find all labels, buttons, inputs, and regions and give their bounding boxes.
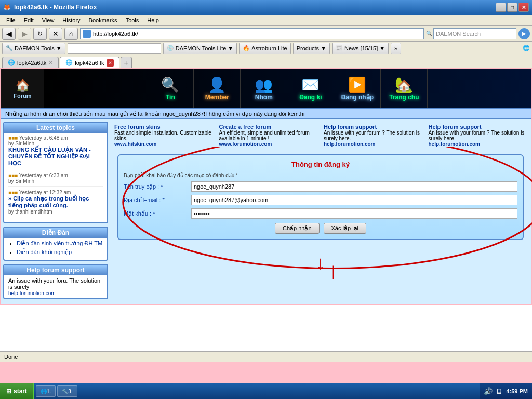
floral-background: 🏠 Forum 🔍 Tin 👤 Member 👥 Nhó [0, 68, 532, 305]
info-desc-1: Fast and simple installation. Customizab… [114, 130, 211, 141]
marquee-text: Những ai hôm đi ăn chơi thiêu tiền mau m… [5, 111, 306, 117]
help-title: Help forum support [4, 265, 107, 275]
products-dropdown-icon: ▼ [321, 45, 326, 51]
menu-edit[interactable]: Edit [20, 16, 38, 24]
reload-button[interactable]: ↻ [33, 28, 47, 40]
more-button[interactable]: » [391, 43, 401, 54]
nhom-icon: 👥 [255, 76, 273, 94]
stop-button[interactable]: ✕ [49, 28, 62, 40]
forum-link-1[interactable]: Diễn đàn sinh viên trường ĐH TM [17, 240, 102, 246]
info-col-3: Help forum support An issue with your fo… [322, 122, 424, 149]
topic3-icon: ■■■ [8, 190, 18, 195]
tab1-close-icon: ✕ [48, 59, 53, 66]
browser-title: lopk42a6.tk - Mozilla Firefox [14, 4, 496, 11]
dien-dan-title: Diễn Đàn [4, 228, 107, 238]
taskbar-tray: 🔊 🖥 4:59 PM [480, 383, 532, 399]
nav-nhom[interactable]: 👥 Nhóm [241, 69, 287, 108]
info-link-2[interactable]: www.forumotion.com [219, 141, 272, 147]
content-area: 🏠 Forum 🔍 Tin 👤 Member 👥 Nhó [0, 68, 532, 351]
tin-icon: 🔍 [161, 76, 179, 94]
menu-file[interactable]: File [2, 16, 20, 24]
back-button[interactable]: ◀ [2, 28, 16, 40]
tab-1[interactable]: 🌐 lopk42a6.tk ✕ [2, 57, 59, 68]
member-icon: 👤 [208, 76, 226, 94]
news-button[interactable]: 📰 News [15/15] ▼ [332, 43, 389, 54]
toolbar-input[interactable] [68, 43, 161, 54]
latest-topics-content: ■■■ Yesterday at 6:48 am by Sir Minh KHU… [4, 133, 107, 222]
windows-icon: ⊞ [6, 388, 11, 395]
nav-tin[interactable]: 🔍 Tin [147, 69, 194, 108]
menu-help[interactable]: Help [143, 16, 163, 24]
down-arrow-annotation: ↓ [316, 252, 325, 274]
nav-member[interactable]: 👤 Member [194, 69, 241, 108]
taskbar-time: 4:59 PM [506, 388, 528, 394]
main-content: Free forum skins Fast and simple install… [110, 119, 531, 304]
daemon-lite-button[interactable]: 💿 DAEMON Tools Lite ▼ [163, 43, 237, 54]
tray-network-icon[interactable]: 🖥 [496, 387, 503, 395]
address-bar[interactable]: http://lopk42a6.tk/ [80, 28, 424, 39]
nav-dangnhap[interactable]: ▶️ Đăng nhập [334, 69, 381, 108]
reg-input-username[interactable] [191, 181, 517, 192]
tab2-close-button[interactable]: ✕ [107, 59, 114, 66]
daemon-icon: 🔧 [6, 45, 13, 51]
reg-input-email[interactable] [191, 195, 517, 205]
menu-bookmarks[interactable]: Bookmarks [85, 16, 122, 24]
tab1-favicon: 🌐 [8, 59, 15, 66]
help-text: An issue with your foru. The solution is… [8, 277, 103, 290]
reg-label-username: Tên truy cập : * [124, 183, 191, 190]
status-bar: Done [0, 351, 532, 362]
minimize-button[interactable]: _ [496, 3, 506, 12]
menu-view[interactable]: View [38, 16, 59, 24]
go-button[interactable]: ▶ [518, 28, 530, 39]
tab-2[interactable]: 🌐 lopk42a6.tk ✕ [60, 57, 119, 68]
new-tab-button[interactable]: + [121, 57, 132, 68]
start-button[interactable]: ⊞ start [0, 383, 34, 399]
topic3-by: by thanhliemdhhtm [8, 209, 103, 215]
info-title-3[interactable]: Help forum support [324, 124, 377, 130]
menu-history[interactable]: History [58, 16, 84, 24]
main-layout: Latest topics ■■■ Yesterday at 6:48 am b… [1, 119, 531, 304]
reg-input-password[interactable] [191, 208, 517, 219]
tray-volume-icon[interactable]: 🔊 [484, 387, 493, 395]
forum-link-2[interactable]: Diễn đàn khởi nghiệp [17, 249, 72, 255]
reg-form-box: Thông tin đăng ký Bạn phải khai báo đầy … [117, 154, 524, 240]
daemon-tools-button[interactable]: 🔧 DAEMON Tools ▼ [2, 43, 65, 54]
info-link-1[interactable]: www.hitskin.com [114, 141, 156, 147]
info-desc-2: An efficient, simple and unlimited forum… [219, 130, 310, 141]
close-button[interactable]: ✕ [518, 3, 529, 12]
info-title-1[interactable]: Free forum skins [114, 124, 161, 130]
nav-dangki[interactable]: ✉️ Đăng kí [287, 69, 334, 108]
submit-button[interactable]: Chấp nhận [275, 223, 320, 234]
nav-trangchu[interactable]: 🏡 Trang chu [381, 69, 428, 108]
topic3-link[interactable]: » Clip ca nhạc trong buổi học tiếng pháp… [8, 195, 89, 208]
topic1-by: by Sir Minh [8, 141, 103, 147]
help-link[interactable]: help.forumotion.com [8, 290, 56, 296]
marquee-bar: Những ai hôm đi ăn chơi thiêu tiền mau m… [1, 108, 531, 119]
address-text: http://lopk42a6.tk/ [93, 31, 138, 37]
info-link-3[interactable]: help.forumotion.com [324, 141, 375, 147]
dien-dan-box: Diễn Đàn Diễn đàn sinh viên trường ĐH TM… [3, 227, 108, 261]
latest-topics-title: Latest topics [4, 123, 107, 133]
page-favicon [83, 30, 91, 38]
maximize-button[interactable]: □ [507, 3, 517, 12]
products-button[interactable]: Products ▼ [293, 43, 330, 54]
reg-label-password: Mật khẩu : * [124, 210, 191, 217]
taskbar-item-1[interactable]: 🌐 1. [36, 385, 56, 397]
topic1-link[interactable]: KHUNG KẾT CẬU LUẬN VĂN - CHUYÊN ĐỀ TỐT N… [8, 147, 91, 166]
daemon-lite-icon: 💿 [167, 45, 174, 51]
reg-field-username: Tên truy cập : * [124, 181, 517, 192]
info-title-2[interactable]: Create a free forum [219, 124, 272, 130]
nav-tin-label: Tin [166, 94, 175, 101]
reset-button[interactable]: Xác lập lại [324, 223, 367, 234]
astroburn-button[interactable]: 🔥 Astroburn Lite [239, 43, 290, 54]
forward-button[interactable]: ▶ [18, 28, 31, 40]
home-button[interactable]: ⌂ [64, 28, 78, 40]
forum-list-item-1: Diễn đàn sinh viên trường ĐH TM [17, 240, 103, 247]
info-title-4[interactable]: Help forum support [429, 124, 482, 130]
site-header: 🏠 Forum 🔍 Tin 👤 Member 👥 Nhó [1, 69, 531, 108]
search-bar[interactable]: DAEMON Search [433, 28, 516, 39]
news-icon: 📰 [336, 45, 343, 51]
menu-tools[interactable]: Tools [122, 16, 143, 24]
info-link-4[interactable]: help.forumotion.com [429, 141, 480, 147]
taskbar-item-2[interactable]: 🔧 3. [57, 385, 77, 397]
